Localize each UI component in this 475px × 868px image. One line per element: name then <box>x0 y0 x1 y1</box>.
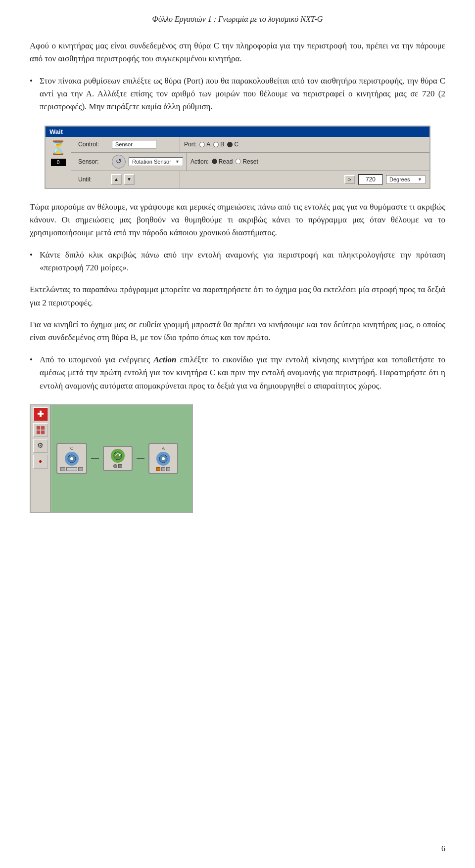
gt-button[interactable]: > <box>344 175 355 184</box>
tool-settings[interactable]: ⚙ <box>33 439 48 453</box>
radio-port-b[interactable]: B <box>213 141 224 148</box>
gear-b-icon <box>158 454 168 464</box>
arrow-up-icon: ▲ <box>114 176 119 182</box>
radio-action-read[interactable]: Read <box>212 158 233 165</box>
unit-label: Degrees <box>389 176 410 182</box>
ctrl-grey1 <box>161 467 165 471</box>
motor-b-block[interactable]: A <box>148 443 178 474</box>
sensor-label: Sensor: <box>74 158 109 165</box>
arrow-down-button[interactable]: ▼ <box>124 174 135 185</box>
radio-a-circle <box>199 142 205 147</box>
radio-action-reset[interactable]: Reset <box>236 158 258 165</box>
rotation-sensor-label: Rotation Sensor <box>132 159 171 165</box>
connector-1 <box>91 458 99 459</box>
wait-rotation-block[interactable] <box>103 446 133 471</box>
connector-2 <box>137 458 144 459</box>
block-c-controls <box>60 467 83 471</box>
motor-c-block[interactable]: C <box>56 443 87 474</box>
paragraph-1: Αφού ο κινητήρας μας είναι συνδεδεμένος … <box>30 40 445 66</box>
svg-point-9 <box>162 457 165 460</box>
radio-read-label: Read <box>219 158 233 165</box>
radio-port-c[interactable]: C <box>227 141 238 148</box>
arrow-up-button[interactable]: ▲ <box>111 174 122 185</box>
paragraph-6: Για να κινηθεί το όχημα μας σε ευθεία γρ… <box>30 318 445 345</box>
motor-b-icon <box>156 452 170 466</box>
block-wait-controls <box>113 464 122 468</box>
rotation-sensor-icon <box>113 451 123 461</box>
ctrl-grey2 <box>166 467 170 471</box>
extra-icon: ● <box>39 458 42 465</box>
action-label: Action: <box>190 158 209 165</box>
cross-icon: ✚ <box>37 409 44 419</box>
value-display: 720 <box>366 176 376 183</box>
until-label: Until: <box>74 176 109 183</box>
ctrl-dot2 <box>118 464 122 468</box>
page-number: 6 <box>441 844 445 853</box>
svg-point-5 <box>70 457 73 460</box>
block-c-label: C <box>70 446 74 451</box>
ctrl-rect <box>66 467 77 471</box>
sensor-icon: ↺ <box>112 155 126 169</box>
svg-rect-1 <box>41 426 45 430</box>
p7-bold: Action <box>153 355 176 364</box>
tool-red-cross[interactable]: ✚ <box>33 407 48 421</box>
program-toolbar: ✚ ⚙ ● <box>31 405 50 512</box>
radio-port-a[interactable]: A <box>199 141 210 148</box>
panel-title: Wait <box>49 128 63 135</box>
rotation-icon <box>111 449 125 463</box>
gear-icon <box>67 454 77 464</box>
grid-icon <box>36 426 45 434</box>
dropdown-arrow-icon: ▼ <box>175 159 180 164</box>
panel-row-1: Control: Sensor Port: A B <box>71 137 429 153</box>
svg-point-6 <box>114 452 122 460</box>
panel-icon-column: ⏳ 0 <box>46 137 71 188</box>
paragraph-3: Τώρα μπορούμε αν θέλουμε, να γράψουμε κα… <box>30 201 445 240</box>
ctrl-sq2 <box>78 467 83 471</box>
wait-dialog-panel: Wait ⏳ 0 Control: Sensor Port: <box>45 126 430 189</box>
radio-b-label: B <box>220 141 224 148</box>
tool-grid[interactable] <box>33 423 48 437</box>
paragraph-4: Κάντε διπλό κλικ ακριβώς πάνω από την εν… <box>30 249 445 275</box>
panel-row-2: Sensor: ↺ Rotation Sensor ▼ Action: Read <box>71 153 429 171</box>
block-b-controls <box>156 467 170 471</box>
p7-prefix: Από το υπομενού για ενέργειες <box>40 355 153 364</box>
block-a-label: A <box>162 446 165 451</box>
program-screenshot: ✚ ⚙ ● C <box>30 404 193 513</box>
unit-dropdown[interactable]: Degrees ▼ <box>386 175 426 184</box>
radio-c-circle <box>227 142 233 147</box>
control-label: Control: <box>74 141 109 148</box>
panel-titlebar: Wait <box>46 127 429 137</box>
control-field[interactable]: Sensor <box>112 140 156 149</box>
radio-b-circle <box>213 142 219 147</box>
program-canvas: C <box>51 405 192 512</box>
gt-icon: > <box>348 176 351 182</box>
arrow-down-icon: ▼ <box>127 176 132 182</box>
paragraph-2: Στον πίνακα ρυθμίσεων επιλέξτε ως θύρα (… <box>30 75 445 114</box>
port-label: Port: <box>184 141 196 148</box>
unit-dropdown-arrow-icon: ▼ <box>418 177 422 182</box>
radio-reset-label: Reset <box>242 158 258 165</box>
tool-extra[interactable]: ● <box>33 455 48 469</box>
radio-a-label: A <box>206 141 210 148</box>
page-header: Φύλλο Εργασιών 1 : Γνωριμία με το λογισμ… <box>30 15 445 24</box>
status-value: 0 <box>51 159 66 166</box>
svg-rect-3 <box>41 431 45 434</box>
ctrl-orange1 <box>156 467 160 471</box>
radio-read-circle <box>212 159 217 164</box>
rotation-sensor-dropdown[interactable]: Rotation Sensor ▼ <box>129 157 183 166</box>
value-box[interactable]: 720 <box>358 174 383 185</box>
hourglass-icon: ⏳ <box>49 141 67 155</box>
settings-icon: ⚙ <box>37 441 44 450</box>
svg-rect-0 <box>37 426 40 430</box>
radio-c-label: C <box>234 141 238 148</box>
radio-reset-circle <box>236 159 241 164</box>
panel-row-3: Until: ▲ ▼ > <box>71 171 429 188</box>
paragraph-7: Από το υπομενού για ενέργειες Action επι… <box>30 353 445 392</box>
sensor-text: Sensor <box>115 141 133 147</box>
paragraph-5: Εκτελώντας το παραπάνω πρόγραμμα μπορείτ… <box>30 283 445 309</box>
ctrl-dot1 <box>113 464 117 468</box>
svg-rect-2 <box>37 431 40 434</box>
motor-c-icon <box>65 452 79 466</box>
ctrl-sq1 <box>60 467 65 471</box>
